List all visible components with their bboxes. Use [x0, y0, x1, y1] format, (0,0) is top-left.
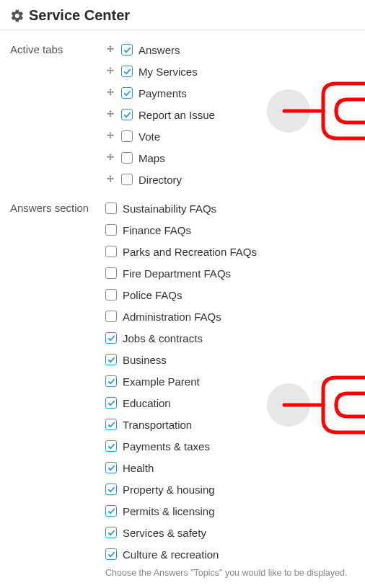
answers-helper-text: Choose the Answers "Topics" you would li…	[105, 568, 365, 578]
item-label: Transportation	[123, 419, 192, 431]
checkbox[interactable]	[105, 332, 117, 344]
item-label: Fire Department FAQs	[123, 267, 231, 280]
item-label: Jobs & contracts	[123, 332, 203, 344]
checkbox[interactable]	[105, 505, 117, 517]
list-item: Payments	[105, 82, 365, 104]
checkbox[interactable]	[105, 311, 117, 322]
list-item: Finance FAQs	[105, 219, 365, 241]
drag-handle-icon[interactable]	[105, 131, 115, 141]
checkbox[interactable]	[105, 440, 117, 452]
checkbox[interactable]	[121, 66, 133, 77]
item-label: Parks and Recreation FAQs	[123, 246, 257, 258]
answers-section-label: Answers section	[10, 197, 105, 214]
list-item: Maps	[105, 147, 365, 169]
list-item: Fire Department FAQs	[105, 262, 365, 284]
drag-handle-icon[interactable]	[105, 66, 115, 76]
checkbox[interactable]	[105, 246, 117, 257]
list-item: Services & safety	[105, 522, 365, 543]
list-item: Administration FAQs	[105, 306, 365, 327]
drag-handle-icon[interactable]	[105, 45, 115, 55]
list-item: Directory	[105, 169, 365, 190]
item-label: Example Parent	[123, 375, 200, 388]
checkbox[interactable]	[105, 548, 117, 560]
checkbox[interactable]	[121, 44, 133, 55]
active-tabs-label: Active tabs	[10, 39, 105, 55]
item-label: Education	[123, 397, 171, 409]
list-item: Health	[105, 457, 365, 478]
active-tabs-row: Active tabs AnswersMy ServicesPaymentsRe…	[10, 39, 365, 190]
checkbox[interactable]	[121, 174, 133, 185]
item-label: Culture & recreation	[123, 548, 219, 561]
item-label: Payments & taxes	[123, 440, 210, 453]
checkbox[interactable]	[105, 462, 117, 473]
item-label: Police FAQs	[123, 289, 182, 301]
checkbox[interactable]	[121, 109, 133, 120]
list-item: Payments & taxes	[105, 435, 365, 457]
item-label: Maps	[138, 152, 165, 164]
item-label: Payments	[138, 87, 187, 99]
drag-handle-icon[interactable]	[105, 110, 115, 120]
list-item: Permits & licensing	[105, 500, 365, 522]
item-label: Administration FAQs	[123, 311, 221, 323]
list-item: Report an Issue	[105, 104, 365, 125]
answers-section-list: Sustainability FAQsFinance FAQsParks and…	[105, 197, 365, 565]
checkbox[interactable]	[105, 419, 117, 430]
list-item: Transportation	[105, 414, 365, 435]
list-item: Sustainability FAQs	[105, 197, 365, 219]
checkbox[interactable]	[105, 375, 117, 387]
list-item: Answers	[105, 39, 365, 61]
checkbox[interactable]	[105, 527, 117, 538]
item-label: Sustainability FAQs	[123, 202, 216, 215]
drag-handle-icon[interactable]	[105, 174, 115, 184]
checkbox[interactable]	[121, 152, 133, 164]
item-label: Vote	[138, 130, 160, 143]
checkbox[interactable]	[105, 397, 117, 409]
list-item: Jobs & contracts	[105, 327, 365, 349]
active-tabs-list: AnswersMy ServicesPaymentsReport an Issu…	[105, 39, 365, 190]
page-title: Service Center	[29, 7, 130, 24]
checkbox[interactable]	[105, 202, 117, 214]
item-label: Health	[123, 462, 154, 474]
answers-section-row: Answers section Sustainability FAQsFinan…	[10, 197, 365, 578]
checkbox[interactable]	[121, 130, 133, 142]
gear-icon	[10, 9, 25, 23]
drag-handle-icon[interactable]	[105, 88, 115, 98]
item-label: Business	[123, 354, 167, 366]
panel-header: Service Center	[0, 0, 365, 30]
item-label: Permits & licensing	[123, 505, 215, 517]
checkbox[interactable]	[121, 87, 133, 99]
item-label: Services & safety	[123, 527, 206, 539]
list-item: My Services	[105, 61, 365, 82]
list-item: Example Parent	[105, 370, 365, 392]
checkbox[interactable]	[105, 224, 117, 236]
list-item: Culture & recreation	[105, 543, 365, 565]
item-label: Property & housing	[123, 484, 215, 496]
checkbox[interactable]	[105, 354, 117, 365]
list-item: Education	[105, 392, 365, 414]
list-item: Business	[105, 349, 365, 370]
item-label: Answers	[138, 44, 180, 56]
checkbox[interactable]	[105, 484, 117, 495]
list-item: Parks and Recreation FAQs	[105, 241, 365, 262]
drag-handle-icon[interactable]	[105, 153, 115, 163]
checkbox[interactable]	[105, 267, 117, 279]
item-label: Report an Issue	[138, 109, 215, 121]
list-item: Police FAQs	[105, 284, 365, 306]
list-item: Property & housing	[105, 478, 365, 500]
checkbox[interactable]	[105, 289, 117, 300]
item-label: My Services	[138, 66, 198, 78]
list-item: Vote	[105, 125, 365, 147]
item-label: Directory	[138, 174, 182, 186]
item-label: Finance FAQs	[123, 224, 191, 236]
